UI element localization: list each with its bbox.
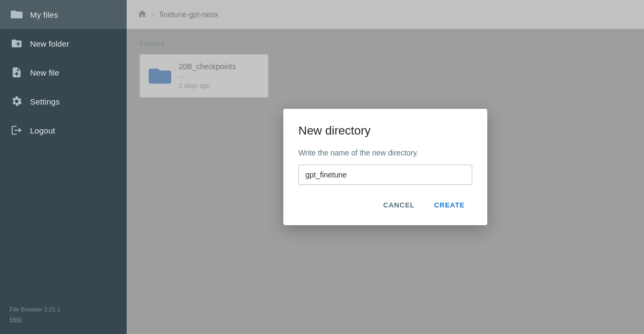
sidebar-item-new-file-label: New file [30,68,60,77]
version-text: File Browser 2.21.1 [10,305,61,315]
sidebar-item-logout-label: Logout [30,126,55,135]
directory-name-input[interactable] [298,165,472,185]
new-file-icon [11,66,23,78]
create-button[interactable]: CREATE [427,197,472,213]
main-area: > finetune-gpt-neox Folders 20B_checkpoi… [127,0,644,334]
sidebar-item-new-folder-label: New folder [30,39,69,48]
sidebar-item-settings-label: Settings [30,97,60,106]
sidebar-item-logout[interactable]: Logout [0,116,127,145]
dialog-title: New directory [298,124,472,138]
dialog-description: Write the name of the new directory. [298,149,472,157]
sidebar-footer: File Browser 2.21.1 Help [10,305,61,324]
settings-icon [11,95,23,107]
new-folder-icon [11,38,23,49]
sidebar-item-new-file[interactable]: New file [0,58,127,87]
sidebar: My files New folder New file Settings [0,0,127,334]
sidebar-item-my-files-label: My files [30,10,58,19]
logout-icon [11,124,23,136]
modal-overlay: New directory Write the name of the new … [127,0,644,334]
sidebar-item-my-files[interactable]: My files [0,0,127,29]
sidebar-item-new-folder[interactable]: New folder [0,29,127,58]
new-directory-dialog: New directory Write the name of the new … [283,109,487,225]
dialog-actions: CANCEL CREATE [298,197,472,213]
cancel-button[interactable]: CANCEL [376,197,422,213]
help-link[interactable]: Help [10,314,61,324]
sidebar-item-settings[interactable]: Settings [0,87,127,116]
folder-icon [11,9,23,20]
